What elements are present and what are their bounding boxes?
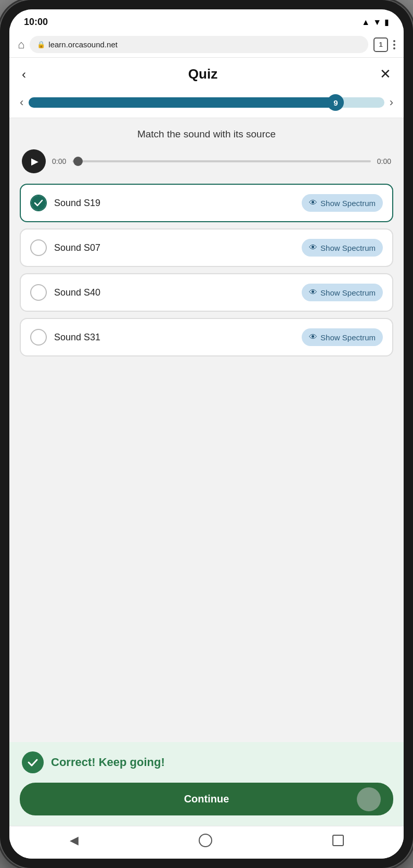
nav-back-button[interactable]: ◀	[70, 834, 79, 847]
correct-check-icon	[22, 751, 44, 773]
quiz-body: Match the sound with its source ▶ 0:00 0…	[9, 118, 404, 742]
progress-step: 9	[327, 94, 344, 111]
quiz-back-button[interactable]: ‹	[22, 67, 26, 82]
continue-section: Continue	[9, 783, 404, 826]
play-button[interactable]: ▶	[22, 149, 46, 173]
audio-time-left: 0:00	[52, 157, 66, 165]
quiz-header: ‹ Quiz ✕	[9, 58, 404, 91]
radio-s31	[30, 329, 47, 346]
answer-option-s07[interactable]: Sound S07 👁 Show Spectrum	[20, 228, 393, 267]
show-spectrum-label-s19: Show Spectrum	[320, 199, 376, 208]
quiz-close-button[interactable]: ✕	[380, 66, 391, 82]
progress-bar: 9	[29, 97, 384, 108]
eye-icon: 👁	[309, 198, 317, 208]
browser-tab-button[interactable]: 1	[373, 37, 388, 52]
wifi-icon: ▼	[373, 18, 381, 27]
url-text: learn.orcasound.net	[48, 40, 118, 49]
menu-dot	[393, 47, 395, 49]
option-label-s31: Sound S31	[54, 332, 294, 343]
status-bar: 10:00 ▲ ▼ ▮	[9, 9, 404, 32]
browser-home-button[interactable]: ⌂	[18, 38, 24, 52]
nav-recents-button[interactable]	[332, 835, 344, 846]
signal-icon: ▲	[362, 18, 370, 27]
svg-point-1	[31, 196, 46, 210]
option-label-s40: Sound S40	[54, 287, 294, 298]
show-spectrum-label-s40: Show Spectrum	[320, 288, 376, 297]
progress-next-button[interactable]: ›	[390, 96, 393, 109]
correct-banner: Correct! Keep going!	[9, 742, 404, 783]
battery-icon: ▮	[384, 17, 389, 27]
show-spectrum-button-s31[interactable]: 👁 Show Spectrum	[302, 328, 383, 346]
quiz-title: Quiz	[188, 66, 217, 82]
content-area: ‹ Quiz ✕ ‹ 9 › Match the sound with its …	[9, 58, 404, 859]
continue-label: Continue	[184, 793, 229, 805]
status-icons: ▲ ▼ ▮	[362, 17, 389, 27]
progress-section: ‹ 9 ›	[9, 91, 404, 118]
audio-knob[interactable]	[73, 157, 83, 166]
audio-player: ▶ 0:00 0:00	[20, 149, 393, 173]
browser-url-bar[interactable]: 🔒 learn.orcasound.net	[30, 36, 368, 53]
browser-bar: ⌂ 🔒 learn.orcasound.net 1	[9, 32, 404, 58]
answer-option-s31[interactable]: Sound S31 👁 Show Spectrum	[20, 318, 393, 356]
quiz-question: Match the sound with its source	[20, 129, 393, 140]
menu-dot	[393, 40, 395, 42]
menu-dot	[393, 44, 395, 46]
audio-slider[interactable]	[72, 160, 371, 162]
show-spectrum-button-s40[interactable]: 👁 Show Spectrum	[302, 284, 383, 301]
audio-time-right: 0:00	[377, 157, 391, 165]
play-icon: ▶	[31, 156, 38, 167]
answer-option-s19[interactable]: Sound S19 👁 Show Spectrum	[20, 184, 393, 222]
answer-option-s40[interactable]: Sound S40 👁 Show Spectrum	[20, 273, 393, 312]
option-label-s07: Sound S07	[54, 242, 294, 253]
progress-fill	[29, 97, 341, 108]
eye-icon: 👁	[309, 288, 317, 297]
radio-s07	[30, 239, 47, 256]
status-time: 10:00	[24, 17, 48, 28]
continue-button[interactable]: Continue	[20, 783, 393, 815]
option-label-s19: Sound S19	[54, 198, 294, 209]
show-spectrum-button-s07[interactable]: 👁 Show Spectrum	[302, 239, 383, 257]
show-spectrum-label-s07: Show Spectrum	[320, 244, 376, 252]
nav-home-button[interactable]	[199, 834, 212, 847]
show-spectrum-button-s19[interactable]: 👁 Show Spectrum	[302, 194, 383, 212]
radio-s19	[30, 195, 47, 211]
browser-menu-button[interactable]	[393, 40, 395, 49]
correct-message: Correct! Keep going!	[51, 756, 165, 769]
progress-prev-button[interactable]: ‹	[20, 96, 23, 109]
radio-s40	[30, 284, 47, 301]
tab-count: 1	[379, 41, 382, 48]
bottom-nav: ◀	[9, 826, 404, 859]
lock-icon: 🔒	[37, 41, 45, 48]
show-spectrum-label-s31: Show Spectrum	[320, 333, 376, 342]
phone-frame: 10:00 ▲ ▼ ▮ ⌂ 🔒 learn.orcasound.net 1	[0, 0, 413, 868]
eye-icon: 👁	[309, 333, 317, 342]
phone-screen: 10:00 ▲ ▼ ▮ ⌂ 🔒 learn.orcasound.net 1	[9, 9, 404, 859]
eye-icon: 👁	[309, 243, 317, 252]
continue-ripple	[357, 787, 381, 811]
